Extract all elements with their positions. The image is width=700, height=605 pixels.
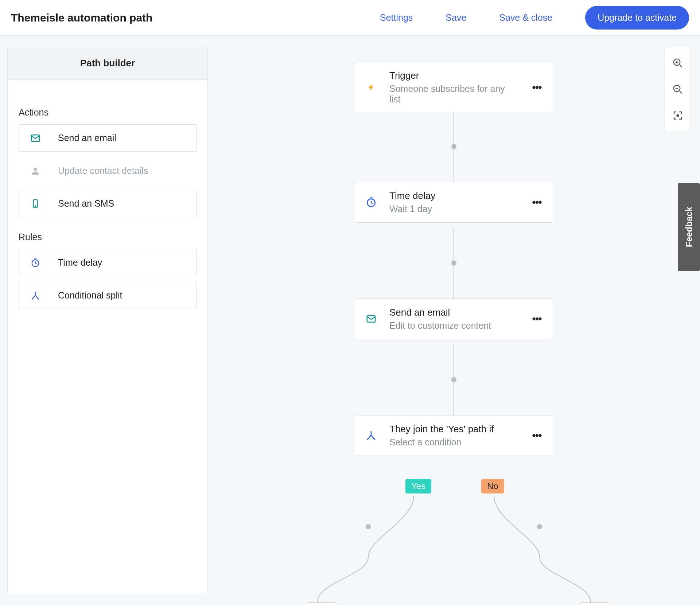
flow-canvas[interactable]: Feedback Trigger Someone subscribes for … bbox=[215, 36, 700, 605]
phone-icon bbox=[29, 198, 42, 210]
split-icon bbox=[29, 289, 42, 302]
node-more-button[interactable]: ••• bbox=[529, 81, 544, 94]
mail-icon bbox=[364, 313, 378, 324]
node-title: They join the 'Yes' path if bbox=[389, 424, 518, 435]
node-subtitle: Select a condition bbox=[389, 437, 518, 448]
node-title: Trigger bbox=[389, 70, 518, 81]
svg-point-11 bbox=[451, 261, 456, 266]
rule-label: Time delay bbox=[58, 257, 102, 268]
rule-conditional-split[interactable]: Conditional split bbox=[19, 282, 197, 309]
node-conditional-split[interactable]: They join the 'Yes' path if Select a con… bbox=[355, 415, 553, 456]
node-title: Send an email bbox=[389, 307, 518, 318]
svg-point-15 bbox=[537, 524, 542, 529]
bolt-icon bbox=[364, 82, 378, 93]
actions-section-label: Actions bbox=[19, 107, 197, 118]
end-node-no[interactable]: End bbox=[580, 602, 610, 605]
node-subtitle: Edit to customize content bbox=[389, 320, 518, 331]
stopwatch-icon bbox=[364, 196, 378, 208]
upgrade-button[interactable]: Upgrade to activate bbox=[585, 6, 689, 30]
header-actions: Settings Save Save & close Upgrade to ac… bbox=[380, 6, 689, 30]
action-send-sms[interactable]: Send an SMS bbox=[19, 190, 197, 217]
mail-icon bbox=[29, 132, 42, 144]
split-icon bbox=[364, 430, 378, 441]
svg-point-3 bbox=[35, 206, 36, 206]
zoom-out-button[interactable] bbox=[668, 79, 688, 99]
action-label: Update contact details bbox=[58, 165, 148, 176]
branch-yes-label: Yes bbox=[405, 479, 431, 493]
action-update-contact: Update contact details bbox=[19, 157, 197, 184]
node-more-button[interactable]: ••• bbox=[529, 196, 544, 208]
branch-no-label: No bbox=[481, 479, 504, 493]
stopwatch-icon bbox=[29, 257, 42, 269]
action-label: Send an SMS bbox=[58, 198, 114, 209]
svg-point-7 bbox=[677, 115, 679, 117]
action-label: Send an email bbox=[58, 133, 116, 143]
save-close-button[interactable]: Save & close bbox=[499, 12, 552, 23]
node-subtitle: Wait 1 day bbox=[389, 204, 518, 214]
sidebar: Path builder Actions Send an email Updat… bbox=[7, 47, 208, 593]
node-title: Time delay bbox=[389, 190, 518, 202]
fit-screen-button[interactable] bbox=[668, 105, 688, 126]
node-more-button[interactable]: ••• bbox=[529, 313, 544, 325]
rules-section-label: Rules bbox=[19, 232, 197, 242]
rule-time-delay[interactable]: Time delay bbox=[19, 249, 197, 276]
save-button[interactable]: Save bbox=[446, 12, 466, 23]
node-time-delay[interactable]: Time delay Wait 1 day ••• bbox=[355, 182, 553, 223]
end-node-yes[interactable]: End bbox=[307, 602, 337, 605]
svg-point-13 bbox=[451, 377, 456, 382]
rule-label: Conditional split bbox=[58, 290, 122, 301]
action-send-email[interactable]: Send an email bbox=[19, 124, 197, 152]
svg-point-14 bbox=[366, 524, 371, 529]
node-more-button[interactable]: ••• bbox=[529, 429, 544, 442]
node-trigger[interactable]: Trigger Someone subscribes for any list … bbox=[355, 62, 553, 113]
sidebar-title: Path builder bbox=[8, 47, 207, 80]
page-title: Themeisle automation path bbox=[11, 12, 152, 24]
svg-point-9 bbox=[451, 144, 456, 149]
node-send-email[interactable]: Send an email Edit to customize content … bbox=[355, 298, 553, 339]
node-subtitle: Someone subscribes for any list bbox=[389, 83, 518, 105]
zoom-panel bbox=[665, 47, 691, 132]
zoom-in-button[interactable] bbox=[668, 53, 688, 73]
feedback-tab[interactable]: Feedback bbox=[678, 183, 700, 271]
person-icon bbox=[29, 165, 42, 177]
app-header: Themeisle automation path Settings Save … bbox=[0, 0, 700, 36]
settings-button[interactable]: Settings bbox=[380, 12, 413, 23]
svg-point-1 bbox=[34, 167, 37, 171]
